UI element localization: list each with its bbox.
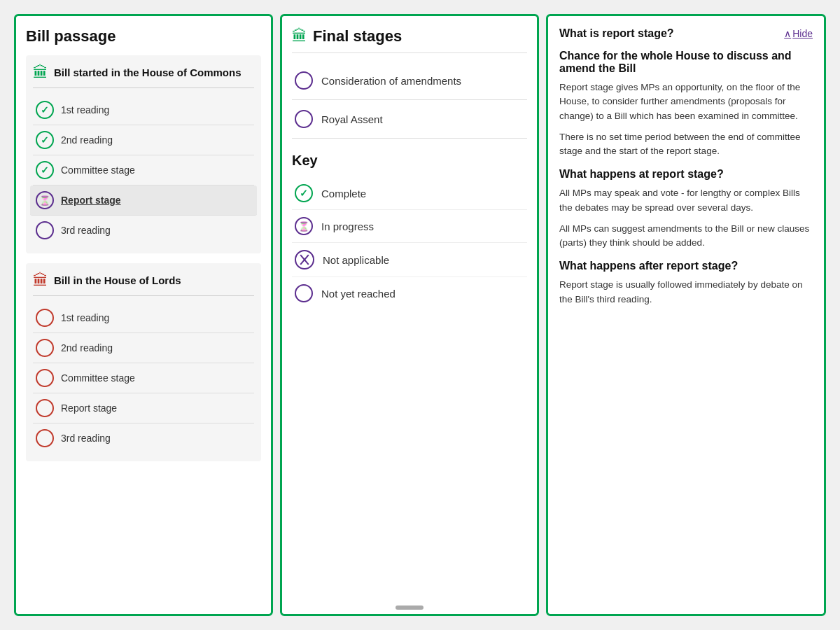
commons-parliament-icon: 🏛 — [33, 64, 48, 82]
commons-stage-2nd-reading[interactable]: 2nd reading — [33, 125, 254, 155]
key-notyet: Not yet reached — [292, 277, 527, 309]
right-section-0: Chance for the whole House to discuss an… — [559, 50, 813, 158]
middle-title: Final stages — [313, 27, 402, 46]
lords-notyet-icon-2 — [36, 339, 54, 357]
right-section-2-para-0: Report stage is usually followed immedia… — [559, 278, 813, 307]
key-notyet-label: Not yet reached — [321, 288, 396, 300]
hide-button[interactable]: Hide — [784, 28, 813, 39]
final-stage-royal-assent[interactable]: Royal Assent — [292, 100, 527, 139]
commons-header-text: Bill started in the House of Commons — [54, 66, 241, 80]
right-section-0-title: Chance for the whole House to discuss an… — [559, 50, 813, 75]
final-stage-amendments[interactable]: Consideration of amendments — [292, 62, 527, 100]
right-section-2: What happens after report stage? Report … — [559, 260, 813, 307]
commons-stage-3rd-reading[interactable]: 3rd reading — [33, 216, 254, 245]
key-inprogress-icon — [295, 217, 313, 235]
lords-header-text: Bill in the House of Lords — [54, 274, 181, 288]
notyet-icon-royal-assent — [295, 110, 313, 128]
middle-panel: 🏛 Final stages Consideration of amendmen… — [280, 14, 539, 616]
lords-stage-report-label: Report stage — [61, 402, 117, 414]
commons-stage-report[interactable]: Report stage — [30, 186, 257, 216]
commons-stage-committee[interactable]: Committee stage — [33, 155, 254, 186]
key-notyet-icon — [295, 284, 313, 302]
right-section-2-title: What happens after report stage? — [559, 260, 813, 272]
left-panel: Bill passage 🏛 Bill started in the House… — [14, 14, 273, 616]
inprogress-icon — [36, 191, 54, 209]
right-panel-title: What is report stage? — [559, 27, 674, 40]
lords-stage-1st-reading[interactable]: 1st reading — [33, 303, 254, 333]
key-inprogress: In progress — [292, 210, 527, 243]
key-complete-icon — [295, 184, 313, 202]
commons-stage-1st-reading-label: 1st reading — [61, 104, 109, 115]
left-panel-title: Bill passage — [26, 27, 261, 46]
key-inprogress-label: In progress — [321, 220, 374, 232]
commons-stage-committee-label: Committee stage — [61, 164, 135, 176]
right-section-1-title: What happens at report stage? — [559, 168, 813, 181]
lords-parliament-icon: 🏛 — [33, 272, 48, 290]
final-stage-royal-assent-label: Royal Assent — [321, 113, 383, 125]
right-section-1-para-0: All MPs may speak and vote - for lengthy… — [559, 186, 813, 215]
right-panel: What is report stage? Hide Chance for th… — [546, 14, 826, 616]
lords-notyet-icon-1 — [36, 309, 54, 327]
right-section-0-para-1: There is no set time period between the … — [559, 130, 813, 159]
scroll-indicator — [396, 606, 424, 610]
lords-notyet-icon-5 — [36, 429, 54, 447]
commons-section: 🏛 Bill started in the House of Commons 1… — [26, 55, 261, 253]
notyet-icon-amendments — [295, 71, 313, 90]
key-notapplicable-icon — [295, 250, 314, 270]
commons-stage-1st-reading[interactable]: 1st reading — [33, 95, 254, 125]
lords-stage-2nd-reading-label: 2nd reading — [61, 342, 113, 354]
right-section-1: What happens at report stage? All MPs ma… — [559, 168, 813, 250]
key-section: Key Complete In progress Not applicable … — [292, 153, 527, 309]
right-panel-header: What is report stage? Hide — [559, 27, 813, 40]
right-section-1-para-1: All MPs can suggest amendments to the Bi… — [559, 222, 813, 251]
middle-parliament-icon: 🏛 — [292, 27, 307, 46]
lords-header: 🏛 Bill in the House of Lords — [33, 272, 254, 296]
key-complete: Complete — [292, 177, 527, 210]
lords-notyet-icon-4 — [36, 399, 54, 417]
middle-header: 🏛 Final stages — [292, 27, 527, 53]
lords-stage-committee-label: Committee stage — [61, 372, 135, 384]
lords-stage-report[interactable]: Report stage — [33, 393, 254, 424]
lords-stage-2nd-reading[interactable]: 2nd reading — [33, 333, 254, 363]
key-title: Key — [292, 153, 527, 169]
lords-stage-3rd-reading-label: 3rd reading — [61, 433, 111, 444]
lords-stage-1st-reading-label: 1st reading — [61, 312, 109, 323]
key-complete-label: Complete — [321, 188, 366, 200]
commons-stage-3rd-reading-label: 3rd reading — [61, 225, 111, 236]
right-section-0-para-0: Report stage gives MPs an opportunity, o… — [559, 80, 813, 123]
final-stage-amendments-label: Consideration of amendments — [321, 75, 461, 87]
notyet-icon-commons-3rd — [36, 221, 54, 239]
lords-stage-committee[interactable]: Committee stage — [33, 363, 254, 393]
commons-stage-2nd-reading-label: 2nd reading — [61, 134, 113, 146]
lords-stage-3rd-reading[interactable]: 3rd reading — [33, 424, 254, 453]
commons-stage-report-label: Report stage — [61, 195, 121, 206]
key-notapplicable: Not applicable — [292, 243, 527, 277]
commons-header: 🏛 Bill started in the House of Commons — [33, 64, 254, 88]
complete-icon-2 — [36, 131, 54, 149]
lords-section: 🏛 Bill in the House of Lords 1st reading… — [26, 263, 261, 461]
key-notapplicable-label: Not applicable — [323, 254, 389, 266]
complete-icon-3 — [36, 161, 54, 179]
lords-notyet-icon-3 — [36, 369, 54, 387]
complete-icon-1 — [36, 101, 54, 119]
